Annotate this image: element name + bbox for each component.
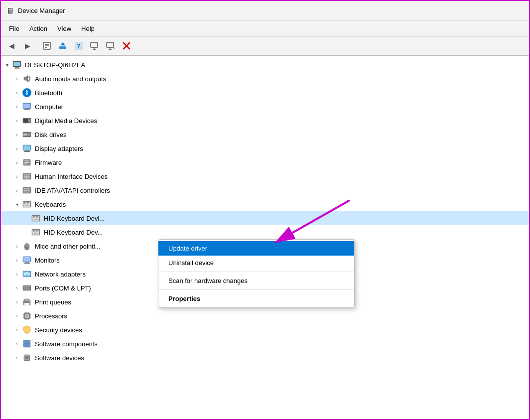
svg-rect-18	[13, 62, 20, 66]
tree-item-hid-kb1[interactable]: HID Keyboard Devi...	[1, 211, 529, 225]
menu-help[interactable]: Help	[77, 23, 99, 34]
tree-item-firmware[interactable]: › Firmware	[1, 155, 529, 169]
tree-item-bluetooth[interactable]: › ᛒ Bluetooth	[1, 86, 529, 100]
forward-button[interactable]: ▶	[20, 39, 35, 53]
print-label: Print queues	[35, 298, 71, 306]
tree-item-software-dev[interactable]: › Software devices	[1, 351, 529, 365]
icon-monitors	[22, 255, 32, 265]
svg-rect-65	[27, 204, 28, 205]
expand-audio[interactable]: ›	[13, 75, 21, 83]
context-menu-uninstall-device[interactable]: Uninstall device	[158, 256, 354, 270]
svg-marker-21	[24, 75, 28, 82]
svg-rect-20	[14, 68, 20, 69]
svg-rect-129	[23, 344, 27, 347]
expand-display[interactable]: ›	[13, 144, 21, 152]
expand-keyboards[interactable]: ▾	[13, 200, 21, 208]
context-menu-sep-1	[158, 272, 354, 272]
tree-item-computer[interactable]: › Computer	[1, 100, 529, 114]
svg-rect-76	[36, 218, 37, 219]
bluetooth-label: Bluetooth	[35, 89, 62, 97]
context-menu-update-driver[interactable]: Update driver	[158, 241, 354, 256]
svg-rect-38	[24, 162, 29, 163]
svg-rect-88	[37, 232, 38, 233]
tree-item-hid[interactable]: › Human Interface Devices	[1, 169, 529, 183]
icon-computer	[22, 102, 32, 112]
tree-item-processors[interactable]: ›	[1, 309, 529, 323]
context-menu-properties[interactable]: Properties	[158, 291, 354, 306]
expand-ide[interactable]: ›	[13, 186, 21, 194]
scan-button[interactable]	[87, 39, 102, 53]
tree-item-display[interactable]: › Display adapters	[1, 141, 529, 155]
properties-button[interactable]	[39, 39, 54, 53]
tree-item-security[interactable]: › Security devices	[1, 323, 529, 337]
icon-disk	[22, 130, 32, 140]
svg-rect-84	[37, 230, 38, 231]
svg-rect-87	[36, 232, 37, 233]
svg-rect-83	[36, 230, 37, 231]
expand-monitors[interactable]: ›	[13, 256, 21, 264]
title-bar: 🖥 Device Manager	[1, 1, 529, 21]
security-label: Security devices	[35, 326, 82, 334]
menu-action[interactable]: Action	[25, 23, 51, 34]
tree-item-ide[interactable]: › IDE ATA/ATAPI controllers	[1, 183, 529, 197]
expand-network[interactable]: ›	[13, 270, 21, 278]
app-title: Device Manager	[18, 7, 65, 14]
toolbar: ◀ ▶ ? +	[1, 37, 529, 56]
icon-software-dev	[22, 353, 32, 363]
keyboards-label: Keyboards	[35, 201, 66, 208]
svg-rect-44	[28, 174, 29, 175]
svg-rect-72	[36, 216, 37, 217]
svg-rect-23	[23, 104, 30, 108]
expand-disk[interactable]: ›	[13, 131, 21, 139]
expand-print[interactable]: ›	[13, 298, 21, 306]
expand-digital[interactable]: ›	[13, 117, 21, 125]
expand-hid[interactable]: ›	[13, 172, 21, 180]
svg-rect-53	[28, 188, 29, 189]
processors-label: Processors	[35, 312, 67, 320]
expand-software-dev[interactable]: ›	[13, 354, 21, 362]
help-button[interactable]: ?	[71, 39, 86, 53]
tree-item-hid-kb2[interactable]: HID Keyboard Dev...	[1, 225, 529, 239]
tree-item-software-comp[interactable]: › Software components	[1, 337, 529, 351]
tree-item-keyboards[interactable]: ▾ Keyboards	[1, 197, 529, 211]
svg-rect-71	[34, 216, 35, 217]
tree-item-digital[interactable]: › Digital Media Devices	[1, 114, 529, 128]
audio-label: Audio inputs and outputs	[35, 75, 106, 83]
svg-rect-4	[59, 46, 66, 49]
add-hardware-button[interactable]: +	[103, 39, 118, 53]
svg-rect-77	[37, 218, 38, 219]
svg-rect-70	[33, 216, 34, 217]
svg-rect-60	[25, 202, 26, 203]
device-tree[interactable]: ▾ DESKTOP-QI6H2EA › Audio	[1, 56, 529, 420]
svg-rect-82	[34, 230, 35, 231]
back-button[interactable]: ◀	[4, 39, 19, 53]
expand-mice[interactable]: ›	[13, 242, 21, 250]
toolbar-sep-1	[37, 40, 37, 51]
disk-label: Disk drives	[35, 131, 67, 139]
tree-item-root[interactable]: ▾ DESKTOP-QI6H2EA	[1, 58, 529, 72]
expand-processors[interactable]: ›	[13, 312, 21, 320]
tree-item-audio[interactable]: › Audio inputs and outputs	[1, 72, 529, 86]
svg-rect-110	[24, 303, 29, 305]
svg-rect-67	[25, 205, 29, 206]
expand-security[interactable]: ›	[13, 326, 21, 334]
update-driver-button[interactable]	[55, 39, 70, 53]
display-label: Display adapters	[35, 145, 83, 152]
menu-view[interactable]: View	[53, 23, 75, 34]
icon-digital	[22, 116, 32, 126]
expand-bluetooth[interactable]: ›	[13, 89, 21, 97]
tree-item-disk[interactable]: › Disk drives	[1, 128, 529, 141]
hid-label: Human Interface Devices	[35, 173, 108, 180]
expand-computer[interactable]: ›	[13, 103, 21, 111]
svg-rect-19	[15, 67, 19, 68]
svg-rect-74	[33, 218, 34, 219]
context-menu-scan-changes[interactable]: Scan for hardware changes	[158, 274, 354, 288]
expand-ports[interactable]: ›	[13, 284, 21, 292]
expand-firmware[interactable]: ›	[13, 158, 21, 166]
menu-file[interactable]: File	[5, 23, 23, 34]
expand-software-comp[interactable]: ›	[13, 340, 21, 348]
remove-button[interactable]	[119, 39, 134, 53]
icon-firmware	[22, 157, 32, 167]
expand-root[interactable]: ▾	[3, 61, 11, 69]
icon-display	[22, 143, 32, 153]
